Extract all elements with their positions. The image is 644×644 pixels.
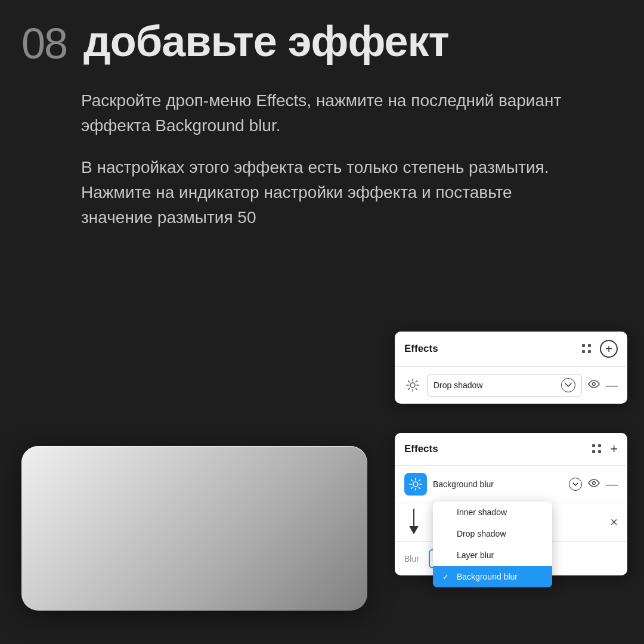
effect-name-text-2: Background blur — [433, 479, 566, 489]
preview-card — [21, 446, 367, 611]
dropdown-item-background-blur[interactable]: ✓ Background blur — [433, 566, 552, 587]
visibility-toggle-2[interactable] — [588, 479, 600, 490]
svg-line-8 — [408, 388, 410, 389]
effect-row-2: Background blur — Inner shadow Drop shad — [395, 466, 627, 503]
panel1-header: Effects + — [395, 332, 627, 367]
svg-line-18 — [411, 487, 413, 488]
dropdown-item-inner-shadow[interactable]: Inner shadow — [433, 501, 552, 523]
remove-effect-btn-2[interactable]: — — [606, 478, 618, 491]
grid-icon — [582, 344, 592, 354]
chevron-down-icon-2[interactable] — [569, 478, 582, 491]
svg-line-16 — [419, 487, 420, 488]
svg-point-10 — [413, 482, 418, 487]
description-paragraph-2: В настройках этого эффекта есть только с… — [81, 155, 570, 230]
description-block: Раскройте дроп-меню Effects, нажмите на … — [81, 88, 570, 247]
effects-panel-1: Effects + — [395, 332, 627, 404]
dropdown-item-layer-blur[interactable]: Layer blur — [433, 544, 552, 566]
description-paragraph-1: Раскройте дроп-меню Effects, нажмите на … — [81, 88, 570, 138]
svg-point-19 — [593, 482, 596, 485]
add-effect-button-1[interactable]: + — [600, 340, 618, 358]
svg-point-0 — [410, 383, 415, 388]
svg-line-15 — [411, 480, 413, 481]
grid-icon-2 — [592, 444, 602, 454]
svg-line-6 — [416, 388, 417, 389]
effect-sun-icon-1 — [404, 377, 421, 394]
effects-dropdown: Inner shadow Drop shadow Layer blur ✓ Ba… — [433, 501, 552, 587]
check-icon-background-blur: ✓ — [442, 572, 452, 581]
step-title: добавьте эффект — [83, 17, 449, 66]
svg-line-7 — [416, 381, 417, 382]
dropdown-item-drop-shadow[interactable]: Drop shadow — [433, 523, 552, 544]
svg-point-9 — [593, 383, 596, 386]
blur-label: Blur — [404, 554, 419, 564]
svg-line-5 — [408, 381, 410, 382]
panel2-header-icons: + — [592, 441, 618, 457]
arrow-down-icon — [404, 508, 423, 537]
add-effect-button-2[interactable]: + — [610, 441, 618, 457]
panel1-title: Effects — [404, 343, 438, 355]
panel2-title: Effects — [404, 443, 438, 455]
effect-sun-icon-2-blue — [404, 473, 427, 496]
visibility-toggle-1[interactable] — [588, 380, 600, 391]
close-button-2[interactable]: × — [610, 515, 618, 530]
panel1-header-icons: + — [582, 340, 618, 358]
chevron-down-icon-1[interactable] — [561, 378, 575, 392]
effects-panel-2: Effects + Ba — [395, 433, 627, 575]
step-number: 08 — [21, 19, 67, 68]
effect-name-text-1: Drop shadow — [434, 380, 561, 390]
effect-name-box-1[interactable]: Drop shadow — [427, 374, 582, 397]
panel2-header: Effects + — [395, 433, 627, 466]
remove-effect-btn-1[interactable]: — — [606, 379, 618, 392]
effect-row-1: Drop shadow — — [395, 367, 627, 404]
svg-line-17 — [419, 480, 420, 481]
